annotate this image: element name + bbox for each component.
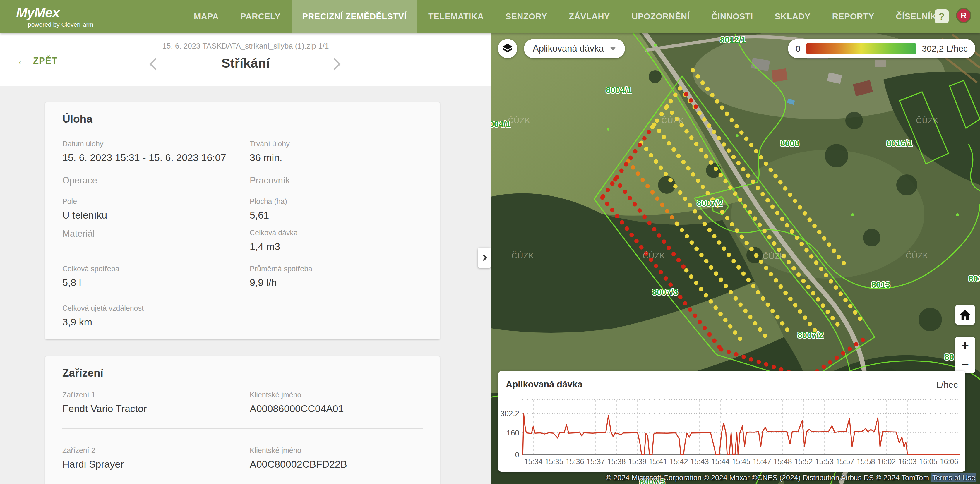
help-icon: ? <box>939 11 945 22</box>
chart-title: Aplikovaná dávka <box>506 379 582 390</box>
x-tick-label: 15:58 <box>857 457 875 466</box>
layer-select-dropdown[interactable]: Aplikovaná dávka <box>524 39 625 58</box>
field-label: Klientské jméno <box>250 446 423 455</box>
chevron-right-icon <box>480 255 487 261</box>
y-tick-label: 302.2 <box>500 409 519 418</box>
nav-item-telematika[interactable]: TELEMATIKA <box>417 0 495 33</box>
section-label: Pracovník <box>250 175 423 186</box>
field-cell: Plocha (ha)5,61 <box>250 197 423 221</box>
field-value: 3,9 km <box>62 316 250 328</box>
device-card-title: Zařízení <box>45 356 440 379</box>
task-card-body: Datum úlohy15. 6. 2023 15:31 - 15. 6. 20… <box>45 139 440 328</box>
field-row: Celková spotřeba5,8 lPrůměrná spotřeba9,… <box>62 264 423 288</box>
nav-item-sklady[interactable]: SKLADY <box>764 0 821 33</box>
panel-expand-button[interactable] <box>478 248 491 268</box>
panel-header: ← ZPĚT 15. 6. 2023 TASKDATA_strikani_sil… <box>0 33 491 86</box>
x-tick-label: 15:43 <box>690 457 709 466</box>
zoom-in-button[interactable]: + <box>955 336 975 355</box>
empty-cell <box>250 304 423 328</box>
field-label: Datum úlohy <box>62 139 250 148</box>
field-label: Klientské jméno <box>250 390 423 399</box>
field-cell: Zařízení 2Hardi Sprayer <box>62 446 250 470</box>
avatar-initial: R <box>961 11 967 20</box>
x-tick-label: 15:47 <box>753 457 771 466</box>
field-value: Fendt Vario Tractor <box>62 403 250 414</box>
x-tick-label: 15:39 <box>628 457 647 466</box>
terms-of-use-link[interactable]: Terms of Use <box>931 473 977 482</box>
section-label: Materiál <box>62 228 250 252</box>
nav-menu: MAPAPARCELYPRECIZNÍ ZEMĚDĚLSTVÍTELEMATIK… <box>183 0 953 33</box>
x-tick-label: 15:37 <box>587 457 605 466</box>
nav-item-mapa[interactable]: MAPA <box>183 0 229 33</box>
x-tick-label: 16:03 <box>898 457 917 466</box>
map-home-button[interactable] <box>955 305 975 325</box>
nav-item--innosti[interactable]: ČINNOSTI <box>700 0 764 33</box>
field-row: MateriálCelková dávka1,4 m3 <box>62 228 423 252</box>
layer-select-value: Aplikovaná dávka <box>533 43 604 54</box>
field-cell: Trvání úlohy36 min. <box>250 139 423 163</box>
section-label: Operace <box>62 175 250 186</box>
x-tick-label: 15:44 <box>711 457 730 466</box>
field-label: Celková ujetá vzdálenost <box>62 304 250 313</box>
field-cell: Celková spotřeba5,8 l <box>62 264 250 288</box>
field-label: Zařízení 1 <box>62 390 250 399</box>
field-cell: Klientské jménoA00086000CC04A01 <box>250 390 423 414</box>
nav-item-z-vlahy[interactable]: ZÁVLAHY <box>558 0 620 33</box>
layers-icon <box>502 43 514 54</box>
field-cell: Zařízení 1Fendt Vario Tractor <box>62 390 250 414</box>
legend-gradient-bar <box>807 43 916 54</box>
field-value: Hardi Sprayer <box>62 458 250 470</box>
x-tick-label: 15:34 <box>524 457 542 466</box>
nav-item-parcely[interactable]: PARCELY <box>229 0 291 33</box>
x-tick-label: 15:48 <box>774 457 792 466</box>
avatar[interactable]: R <box>956 8 971 23</box>
field-row: PoleU teleníkuPlocha (ha)5,61 <box>62 197 423 221</box>
y-tick-label: 160 <box>507 428 519 437</box>
field-value: 5,61 <box>250 209 423 221</box>
field-row: OperacePracovník <box>62 175 423 186</box>
field-value: A00C80002CBFD22B <box>250 458 423 470</box>
map-zoom-control: + − <box>955 336 975 373</box>
field-cell: Celková ujetá vzdálenost3,9 km <box>62 304 250 328</box>
zoom-out-button[interactable]: − <box>955 355 975 373</box>
field-cell: Průměrná spotřeba9,9 l/h <box>250 264 423 288</box>
task-card: Úloha Datum úlohy15. 6. 2023 15:31 - 15.… <box>45 102 440 340</box>
field-cell: PoleU teleníku <box>62 197 250 221</box>
x-tick-label: 16:06 <box>940 457 958 466</box>
x-tick-label: 16:02 <box>878 457 896 466</box>
nav-item-senzory[interactable]: SENZORY <box>495 0 558 33</box>
field-row: Zařízení 2Hardi SprayerKlientské jménoA0… <box>62 446 423 470</box>
field-label: Celková spotřeba <box>62 264 250 273</box>
field-value: 36 min. <box>250 152 423 163</box>
field-value: 15. 6. 2023 15:31 - 15. 6. 2023 16:07 <box>62 152 250 163</box>
nav-item-precizn-zem-d-lstv-[interactable]: PRECIZNÍ ZEMĚDĚLSTVÍ <box>291 0 417 33</box>
breadcrumb: 15. 6. 2023 TASKDATA_strikani_silyba (1)… <box>0 41 491 51</box>
legend-min: 0 <box>795 44 800 54</box>
help-button[interactable]: ? <box>935 10 949 24</box>
x-tick-label: 16:05 <box>919 457 937 466</box>
field-value: 9,9 l/h <box>250 276 423 288</box>
map-layers-button[interactable] <box>498 39 517 58</box>
dose-chart-card: Aplikovaná dávka L/hec 15:3415:3515:3615… <box>498 371 966 472</box>
field-label: Celková dávka <box>250 228 423 237</box>
field-value: 5,8 l <box>62 276 250 288</box>
x-tick-label: 15:38 <box>608 457 626 466</box>
field-label: Pole <box>62 197 250 206</box>
nav-item-upozorn-n-[interactable]: UPOZORNĚNÍ <box>621 0 700 33</box>
field-label: Plocha (ha) <box>250 197 423 206</box>
field-value: U teleníku <box>62 209 250 221</box>
device-card: Zařízení Zařízení 1Fendt Vario TractorKl… <box>45 356 440 484</box>
field-cell: Datum úlohy15. 6. 2023 15:31 - 15. 6. 20… <box>62 139 250 163</box>
field-label: Trvání úlohy <box>250 139 423 148</box>
chevron-down-icon <box>610 46 616 51</box>
dose-legend: 0 302,2 L/hec <box>788 39 975 58</box>
device-card-body: Zařízení 1Fendt Vario TractorKlientské j… <box>45 390 440 470</box>
nav-item-reporty[interactable]: REPORTY <box>821 0 885 33</box>
field-row: Zařízení 1Fendt Vario TractorKlientské j… <box>62 390 423 414</box>
app-logo: MyMex powered by CleverFarm <box>16 5 93 28</box>
x-tick-label: 15:53 <box>815 457 834 466</box>
task-detail-panel: ← ZPĚT 15. 6. 2023 TASKDATA_strikani_sil… <box>0 33 491 484</box>
field-label: Zařízení 2 <box>62 446 250 455</box>
field-value: A00086000CC04A01 <box>250 403 423 414</box>
x-tick-label: 15:36 <box>566 457 584 466</box>
